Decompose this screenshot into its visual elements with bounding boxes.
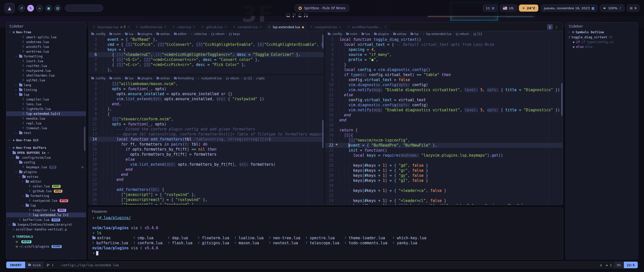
listing-entry[interactable]: ☾conform.lua <box>134 241 163 246</box>
code-line[interactable]: 5 opts.ensure_installed = opts.ensure_in… <box>89 91 324 96</box>
outline-item[interactable]: ◆ifif type(config.vi <box>566 40 638 44</box>
breadcrumb-item[interactable]: editor <box>174 32 187 36</box>
breadcrumb-item[interactable]: nvim <box>109 77 121 80</box>
tree-item[interactable]: ☾isort.lua <box>6 59 86 63</box>
tree-item[interactable]: ☾undotree.lua <box>6 40 86 44</box>
code-line[interactable]: 11 vim.notify(msg: "Disable diagnostics … <box>325 87 563 92</box>
code-line[interactable]: 4 source = "if_many", <box>325 52 563 57</box>
code-line[interactable]: 20 end <box>89 167 324 172</box>
code-line[interactable]: 23 <box>89 182 324 187</box>
code-line[interactable]: 32 <box>325 193 563 198</box>
code-line[interactable]: 25 ["javascript"] = { "rustywind" }, <box>89 192 324 197</box>
code-line[interactable]: 8 { [1]"<C-c>", [2]"<cmd>CccPick<cr>", d… <box>89 62 324 67</box>
code-line[interactable]: 27 ["typescript"] = { "rustywind" }, <box>89 202 324 205</box>
breadcrumb-item[interactable]: .config <box>91 32 105 36</box>
breadcrumb-item[interactable]: nvim <box>346 32 357 36</box>
breadcrumb-item[interactable]: {}return <box>211 32 224 36</box>
breadcrumb-item[interactable]: lua <box>125 77 133 80</box>
code-line[interactable]: 17 opts.formatters_by_ft[ft] = formatter… <box>89 152 324 157</box>
listing-entry[interactable]: ☾lualine.lua <box>235 235 264 241</box>
breadcrumb-item[interactable]: ☾lsp-extended.lua <box>423 32 451 36</box>
code-line[interactable]: 21 [1]"neovim/nvim-lspconfig", <box>325 138 563 143</box>
code-line[interactable]: 9 { <box>89 112 324 117</box>
code-line[interactable]: 14 vim.diagnostic.config(opts: config) <box>325 103 563 108</box>
code-line[interactable]: 18 else <box>89 157 324 162</box>
listing-entry[interactable]: ☾telescope.lua <box>306 241 339 246</box>
tree-item[interactable]: ▸Juegos/Indies/SteamLibrary/st <box>6 222 86 227</box>
tree-item[interactable]: ☾sqlfmt.lua <box>6 78 86 83</box>
code-line[interactable]: 4 opts = function(_, opts) <box>89 86 324 91</box>
code-line[interactable]: 3 event = { "BufRead" }, <box>89 37 324 42</box>
listing-entry[interactable]: ☾flash.lua <box>168 241 192 246</box>
listing-entry[interactable]: ☾dap.lua <box>168 235 192 241</box>
code-line[interactable]: 21 end <box>89 172 324 177</box>
breadcrumb-item[interactable]: lua <box>361 32 370 36</box>
tree-item[interactable]: ☾winshift.lua <box>6 44 86 49</box>
code-line[interactable]: 3 spacing = 4, <box>325 47 563 52</box>
tree-item[interactable]: ☾rustywind.lua <box>6 68 86 73</box>
breadcrumb-item[interactable]: ☾color.lua <box>191 32 207 36</box>
breadcrumb-item[interactable]: nvim <box>109 32 121 36</box>
tabpage-2[interactable]: 2 <box>554 24 559 30</box>
listing-entry[interactable]: ☾mason.lua <box>235 241 264 246</box>
code-line[interactable]: 19 vim.list_extend(dst: opts.formatters_… <box>89 162 324 167</box>
tree-item[interactable]: ☾compiler.lua <box>6 97 86 102</box>
code-line[interactable]: 15 vim.notify(msg: "Enabled diagnostics … <box>325 108 563 113</box>
code-line[interactable]: 2 local virtual_text = { -- Default virt… <box>325 42 563 47</box>
pane-scrollbar[interactable] <box>322 35 324 49</box>
code-line[interactable]: 7 { [1]"<S-C>", [2]"<cmd>CccConvert<cr>"… <box>89 57 324 62</box>
code-line[interactable]: 15 for ft, formatters in pairs(t: tbl) d… <box>89 142 324 147</box>
listing-entry[interactable]: ☾yanky.lua <box>393 241 426 246</box>
listing-entry[interactable]: ☾neo-tree.lua <box>269 235 300 241</box>
code-line[interactable]: 10 [1]"stevearc/conform.nvim", <box>89 117 324 122</box>
tab-rustywind-lua[interactable]: ☾rustywind.lua× <box>308 23 344 30</box>
outline-item[interactable]: ◆elseelse <box>566 44 638 49</box>
code-line[interactable]: 24 add_formatters(tbl: { <box>89 187 324 192</box>
listing-entry[interactable]: ☾floaterm.lua <box>198 235 229 241</box>
listing-entry[interactable]: ☾cmp.lua <box>134 235 163 241</box>
breadcrumb-item[interactable]: formatting <box>174 77 194 80</box>
tab-lsp-extended-lua[interactable]: ☾lsp-extended.lua● <box>265 23 307 30</box>
close-icon[interactable]: × <box>193 25 195 29</box>
tab-github-lua[interactable]: ☾github.lua× <box>199 23 230 30</box>
tree-item[interactable]: ☾keymaps.lua#10⚠ <box>6 165 86 169</box>
listing-entry[interactable]: ☾todo-comments.lua <box>345 241 387 246</box>
symbols-outline-header[interactable]: ▾ ▤ Symbols Outline <box>566 29 638 35</box>
workspaces-indicator[interactable]: 11 ⊞ <box>483 5 497 12</box>
code-line[interactable]: 26 ["javascriptreact"] = { "rustywind" }… <box>89 197 324 202</box>
breadcrumb-item[interactable]: lsp <box>411 32 419 36</box>
breadcrumb-item[interactable]: plugins <box>138 32 152 36</box>
topbar-search-input[interactable] <box>65 5 103 11</box>
listing-entry[interactable]: ☾which-key.lua <box>393 235 426 241</box>
breadcrumb-item[interactable]: extras <box>156 32 170 36</box>
code-line[interactable]: 7 local config = vim.diagnostic.config() <box>325 67 563 72</box>
floaterm-body[interactable]: › cd lua/plugins/nvim/lua/plugins via ☾ … <box>89 215 563 256</box>
code-area[interactable]: 3 event = { "BufRead" },4 cmd = { [1]"Cc… <box>89 37 324 74</box>
tree-item[interactable]: ☾rustfmt.lua <box>6 63 86 68</box>
pane-scrollbar[interactable] <box>322 120 324 148</box>
tree-item[interactable]: ▾formatting <box>6 193 86 198</box>
tree-item[interactable]: ▾extras <box>6 174 86 179</box>
code-line[interactable]: 9 config.virtual_text = false <box>325 77 563 82</box>
code-line[interactable]: 6 } <box>325 62 563 67</box>
tree-item[interactable]: ☾github.lua#654 <box>6 189 86 193</box>
code-line[interactable]: 12 else <box>325 92 563 97</box>
tree-item[interactable]: ☾lightbulb.lua <box>6 107 86 111</box>
tree-item[interactable]: ▸linting <box>6 87 86 92</box>
launcher-button[interactable]: ▲ <box>5 3 15 13</box>
breadcrumb-item[interactable]: {}[2] <box>244 77 252 80</box>
breadcrumb-item[interactable]: .config <box>328 32 342 36</box>
code-line[interactable]: 6 vim.list_extend(dst: opts.ensure_insta… <box>89 96 324 101</box>
tree-item[interactable]: ▾.config/nvim/lua <box>6 155 86 160</box>
code-line[interactable]: 20 [1]{ <box>325 133 563 138</box>
code-line[interactable]: 33 keys[#keys + 1] = { "<leader>cl", fal… <box>325 198 563 203</box>
code-line[interactable]: 29 keys[#keys + 1] = { "gI", false } <box>325 178 563 183</box>
tree-item[interactable]: ☾repl.lua <box>6 121 86 126</box>
listing-entry[interactable]: ☾theme-loader.lua <box>345 235 387 241</box>
close-icon[interactable]: × <box>164 25 167 29</box>
keyboard-layout-indicator[interactable]: US <box>500 5 516 12</box>
code-line[interactable]: 6 { [1]"<leader>uC", [2]"<cmd>CccHighlig… <box>89 52 324 57</box>
section-header-terminals[interactable]: ⊡TERMINALS <box>6 234 86 239</box>
breadcrumb-item[interactable]: .config <box>91 77 105 80</box>
tree-item[interactable]: ⊡~/.c/n/l/plugins#3980 <box>6 244 86 249</box>
